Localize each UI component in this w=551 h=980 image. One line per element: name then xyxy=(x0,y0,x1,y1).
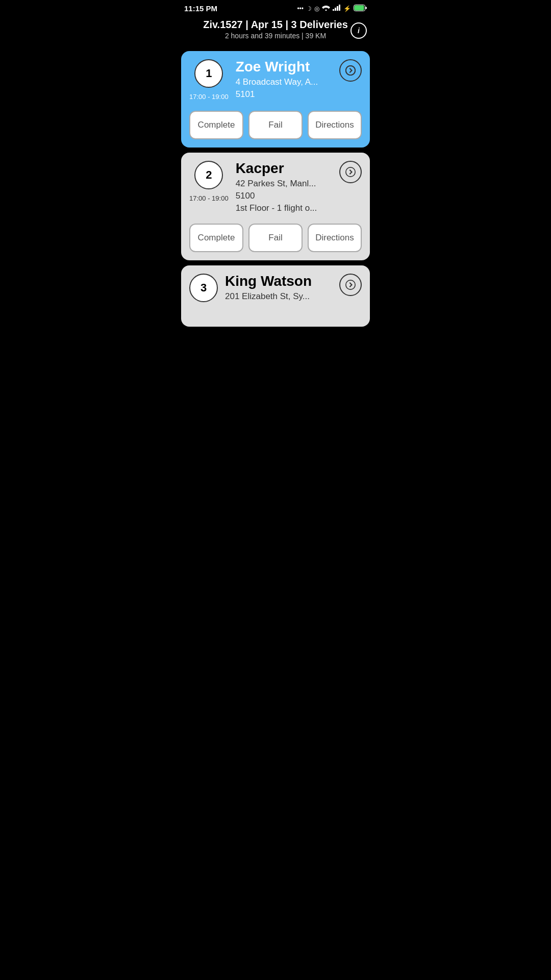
signal-icon xyxy=(333,5,341,12)
dots-icon: ••• xyxy=(297,5,304,12)
svg-rect-0 xyxy=(333,9,334,11)
deliveries-container: 1 17:00 - 19:00 Zoe Wright 4 Broadcast W… xyxy=(176,46,375,332)
address-line1-2: 42 Parkes St, Manl... xyxy=(236,179,332,189)
fail-button-2[interactable]: Fail xyxy=(248,224,303,252)
customer-name-3: King Watson xyxy=(225,274,332,289)
status-time: 11:15 PM xyxy=(184,4,217,13)
time-range-2: 17:00 - 19:00 xyxy=(189,194,229,202)
wifi-icon xyxy=(322,5,330,12)
address-line3-2: 1st Floor - 1 flight o... xyxy=(236,203,332,213)
svg-rect-3 xyxy=(339,5,340,11)
directions-button-2[interactable]: Directions xyxy=(308,224,362,252)
card-actions-2: Complete Fail Directions xyxy=(189,224,362,252)
customer-name-1: Zoe Wright xyxy=(236,59,332,75)
card-info-2: Kacper 42 Parkes St, Manl... 5100 1st Fl… xyxy=(236,161,332,213)
svg-point-8 xyxy=(346,280,355,289)
fail-button-1[interactable]: Fail xyxy=(248,111,303,139)
address-line1-3: 201 Elizabeth St, Sy... xyxy=(225,291,332,302)
complete-button-1[interactable]: Complete xyxy=(189,111,243,139)
charging-icon: ⚡ xyxy=(343,5,351,12)
complete-button-2[interactable]: Complete xyxy=(189,224,243,252)
svg-rect-5 xyxy=(355,5,364,10)
svg-rect-1 xyxy=(335,8,336,11)
address-line2-1: 5101 xyxy=(236,89,332,100)
card-info-1: Zoe Wright 4 Broadcast Way, A... 5101 xyxy=(236,59,332,100)
delivery-card-3: 3 King Watson 201 Elizabeth St, Sy... xyxy=(181,265,370,327)
sequence-number-3: 3 xyxy=(189,274,218,302)
detail-arrow-2[interactable] xyxy=(339,161,362,183)
location-icon: ◎ xyxy=(314,5,319,12)
svg-point-7 xyxy=(346,167,355,177)
header-subtitle: 2 hours and 39 minutes | 39 KM xyxy=(202,32,349,40)
card-header-2: 2 17:00 - 19:00 Kacper 42 Parkes St, Man… xyxy=(189,161,362,213)
moon-icon: ☽ xyxy=(306,5,312,12)
page-title: Ziv.1527 | Apr 15 | 3 Deliveries xyxy=(202,19,349,31)
time-range-1: 17:00 - 19:00 xyxy=(189,93,229,101)
info-button[interactable]: i xyxy=(350,22,367,39)
detail-arrow-3[interactable] xyxy=(339,274,362,296)
sequence-number-1: 1 xyxy=(194,59,223,88)
sequence-number-2: 2 xyxy=(194,161,223,189)
address-line1-1: 4 Broadcast Way, A... xyxy=(236,77,332,87)
status-bar: 11:15 PM ••• ☽ ◎ ⚡ xyxy=(176,0,375,15)
directions-button-1[interactable]: Directions xyxy=(308,111,362,139)
detail-arrow-1[interactable] xyxy=(339,59,362,82)
address-line2-2: 5100 xyxy=(236,191,332,201)
card-actions-1: Complete Fail Directions xyxy=(189,111,362,139)
battery-icon xyxy=(354,5,367,13)
card-header-3: 3 King Watson 201 Elizabeth St, Sy... xyxy=(189,274,362,302)
card-header-1: 1 17:00 - 19:00 Zoe Wright 4 Broadcast W… xyxy=(189,59,362,101)
delivery-card-1: 1 17:00 - 19:00 Zoe Wright 4 Broadcast W… xyxy=(181,51,370,148)
status-icons: ••• ☽ ◎ ⚡ xyxy=(297,5,367,13)
svg-rect-2 xyxy=(337,6,338,11)
delivery-card-2: 2 17:00 - 19:00 Kacper 42 Parkes St, Man… xyxy=(181,153,370,260)
header: Ziv.1527 | Apr 15 | 3 Deliveries 2 hours… xyxy=(176,15,375,46)
card-info-3: King Watson 201 Elizabeth St, Sy... xyxy=(225,274,332,302)
svg-point-6 xyxy=(346,66,355,75)
customer-name-2: Kacper xyxy=(236,161,332,177)
